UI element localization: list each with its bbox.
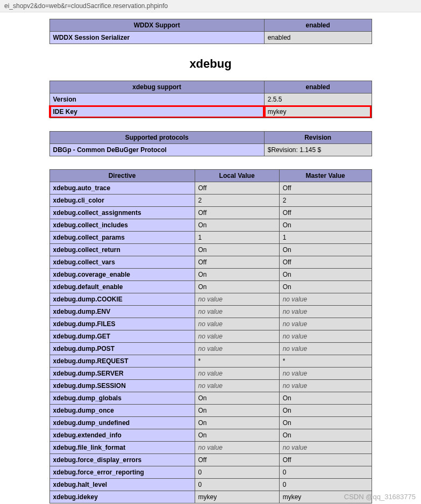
directive-name: xdebug.force_error_reporting bbox=[49, 466, 195, 479]
master-value: no value bbox=[279, 293, 372, 306]
master-value: On bbox=[279, 392, 372, 405]
directive-name: xdebug.collect_return bbox=[49, 244, 195, 256]
local-value: On bbox=[195, 244, 279, 256]
local-value: On bbox=[195, 269, 279, 281]
master-value: 0 bbox=[279, 479, 372, 491]
directive-name: xdebug.dump.POST bbox=[49, 343, 195, 355]
directives-table: Directive Local Value Master Value xdebu… bbox=[49, 169, 372, 503]
protocols-header-left: Supported protocols bbox=[49, 132, 264, 144]
master-value: no value bbox=[279, 318, 372, 330]
directive-value: enabled bbox=[264, 32, 372, 44]
master-value: * bbox=[279, 355, 372, 368]
local-value: mykey bbox=[195, 491, 279, 503]
xdebug-support-header-left: xdebug support bbox=[49, 81, 264, 93]
table-row: xdebug.force_error_reporting00 bbox=[49, 466, 372, 479]
directive-name: xdebug.idekey bbox=[49, 491, 195, 503]
table-row: xdebug.dump.ENVno valueno value bbox=[49, 306, 372, 318]
directive-name: IDE Key bbox=[49, 106, 264, 118]
phpinfo-content: WDDX Support enabled WDDX Session Serial… bbox=[49, 19, 372, 503]
url-bar[interactable]: ei_shopv2&do=web&r=cloudSacrifice.reserv… bbox=[0, 0, 421, 12]
table-row: xdebug.collect_params11 bbox=[49, 232, 372, 244]
directives-header-local: Local Value bbox=[195, 170, 279, 182]
directives-header-master: Master Value bbox=[279, 170, 372, 182]
protocol-name: DBGp - Common DeBuGger Protocol bbox=[49, 144, 264, 156]
table-row: xdebug.file_link_formatno valueno value bbox=[49, 442, 372, 454]
protocol-revision: $Revision: 1.145 $ bbox=[264, 144, 372, 156]
local-value: no value bbox=[195, 330, 279, 343]
table-row: xdebug.dump.POSTno valueno value bbox=[49, 343, 372, 355]
table-row: WDDX Session Serializerenabled bbox=[49, 32, 372, 44]
master-value: no value bbox=[279, 368, 372, 380]
directive-value: mykey bbox=[264, 106, 372, 118]
local-value: no value bbox=[195, 442, 279, 454]
directive-name: xdebug.collect_assignments bbox=[49, 207, 195, 219]
master-value: On bbox=[279, 219, 372, 232]
table-row: xdebug.idekeymykeymykey bbox=[49, 491, 372, 503]
master-value: no value bbox=[279, 380, 372, 392]
local-value: no value bbox=[195, 293, 279, 306]
local-value: Off bbox=[195, 182, 279, 195]
master-value: 1 bbox=[279, 232, 372, 244]
table-row: xdebug.collect_varsOffOff bbox=[49, 256, 372, 269]
local-value: On bbox=[195, 417, 279, 429]
master-value: On bbox=[279, 269, 372, 281]
local-value: 0 bbox=[195, 479, 279, 491]
wddx-header-right: enabled bbox=[264, 19, 372, 32]
table-row: IDE Keymykey bbox=[49, 106, 372, 118]
wddx-header-left: WDDX Support bbox=[49, 19, 264, 32]
local-value: On bbox=[195, 392, 279, 405]
directive-name: xdebug.collect_vars bbox=[49, 256, 195, 269]
master-value: no value bbox=[279, 343, 372, 355]
table-row: xdebug.dump.SESSIONno valueno value bbox=[49, 380, 372, 392]
directives-header-directive: Directive bbox=[49, 170, 195, 182]
master-value: no value bbox=[279, 306, 372, 318]
table-row: Version2.5.5 bbox=[49, 93, 372, 106]
master-value: 0 bbox=[279, 466, 372, 479]
master-value: no value bbox=[279, 442, 372, 454]
directive-value: 2.5.5 bbox=[264, 93, 372, 106]
master-value: mykey bbox=[279, 491, 372, 503]
protocols-header-right: Revision bbox=[264, 132, 372, 144]
table-row: xdebug.dump_onceOnOn bbox=[49, 405, 372, 417]
master-value: On bbox=[279, 244, 372, 256]
table-row: xdebug.dump.FILESno valueno value bbox=[49, 318, 372, 330]
directive-name: xdebug.auto_trace bbox=[49, 182, 195, 195]
local-value: 2 bbox=[195, 195, 279, 207]
xdebug-support-table: xdebug support enabled Version2.5.5IDE K… bbox=[49, 81, 372, 118]
master-value: no value bbox=[279, 330, 372, 343]
directive-name: Version bbox=[49, 93, 264, 106]
local-value: 1 bbox=[195, 232, 279, 244]
directive-name: xdebug.extended_info bbox=[49, 429, 195, 442]
directive-name: xdebug.dump.GET bbox=[49, 330, 195, 343]
directive-name: xdebug.default_enable bbox=[49, 281, 195, 293]
master-value: On bbox=[279, 405, 372, 417]
local-value: On bbox=[195, 405, 279, 417]
directive-name: xdebug.halt_level bbox=[49, 479, 195, 491]
master-value: Off bbox=[279, 207, 372, 219]
directive-name: xdebug.collect_params bbox=[49, 232, 195, 244]
local-value: no value bbox=[195, 318, 279, 330]
table-row: xdebug.collect_assignmentsOffOff bbox=[49, 207, 372, 219]
local-value: On bbox=[195, 281, 279, 293]
table-row: xdebug.extended_infoOnOn bbox=[49, 429, 372, 442]
local-value: no value bbox=[195, 343, 279, 355]
table-row: DBGp - Common DeBuGger Protocol$Revision… bbox=[49, 144, 372, 156]
table-row: xdebug.auto_traceOffOff bbox=[49, 182, 372, 195]
directive-name: xdebug.dump.ENV bbox=[49, 306, 195, 318]
table-row: xdebug.collect_includesOnOn bbox=[49, 219, 372, 232]
local-value: On bbox=[195, 219, 279, 232]
directive-name: xdebug.dump_once bbox=[49, 405, 195, 417]
table-row: xdebug.dump.GETno valueno value bbox=[49, 330, 372, 343]
local-value: * bbox=[195, 355, 279, 368]
table-row: xdebug.cli_color22 bbox=[49, 195, 372, 207]
local-value: Off bbox=[195, 207, 279, 219]
directive-name: xdebug.dump.FILES bbox=[49, 318, 195, 330]
directive-name: xdebug.dump.SESSION bbox=[49, 380, 195, 392]
table-row: xdebug.dump.COOKIEno valueno value bbox=[49, 293, 372, 306]
master-value: On bbox=[279, 281, 372, 293]
directive-name: xdebug.dump.REQUEST bbox=[49, 355, 195, 368]
local-value: 0 bbox=[195, 466, 279, 479]
local-value: no value bbox=[195, 368, 279, 380]
master-value: Off bbox=[279, 454, 372, 466]
directive-name: xdebug.file_link_format bbox=[49, 442, 195, 454]
